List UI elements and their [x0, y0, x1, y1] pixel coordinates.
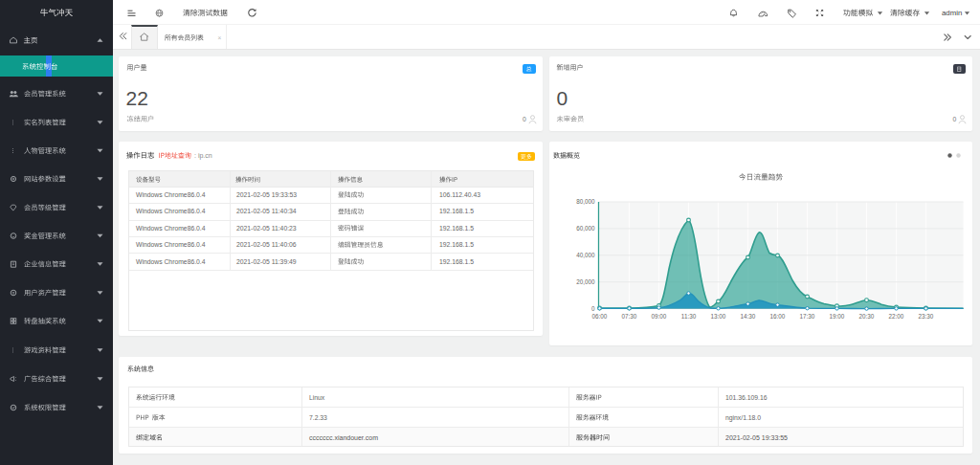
svg-text:0: 0 [591, 305, 595, 312]
svg-text:192.168.1.5: 192.168.1.5 [439, 241, 474, 248]
svg-text:7.2.33: 7.2.33 [309, 414, 327, 421]
svg-text:2021-02-05 11:39:49: 2021-02-05 11:39:49 [236, 258, 297, 265]
svg-text:09:00: 09:00 [652, 313, 667, 320]
svg-text:23:30: 23:30 [919, 313, 934, 320]
svg-text:192.168.1.5: 192.168.1.5 [439, 225, 474, 232]
svg-text:nginx/1.18.0: nginx/1.18.0 [725, 414, 761, 422]
svg-text:Windows Chrome86.0.4: Windows Chrome86.0.4 [136, 258, 206, 265]
svg-text:2021-02-05 11:40:34: 2021-02-05 11:40:34 [236, 208, 297, 214]
svg-text:192.168.1.5: 192.168.1.5 [439, 208, 474, 214]
svg-text:0: 0 [523, 116, 526, 122]
svg-text:20,000: 20,000 [576, 278, 595, 285]
svg-text:Windows Chrome86.0.4: Windows Chrome86.0.4 [136, 241, 206, 248]
svg-text:0: 0 [557, 87, 568, 109]
svg-text:Linux: Linux [309, 394, 325, 401]
svg-text:2021-02-05 19:33:55: 2021-02-05 19:33:55 [725, 434, 788, 441]
svg-text:06:00: 06:00 [592, 313, 608, 320]
svg-text:Windows Chrome86.0.4: Windows Chrome86.0.4 [136, 225, 206, 232]
svg-text:20:30: 20:30 [859, 313, 875, 320]
svg-text:19:00: 19:00 [830, 313, 845, 320]
svg-text:16:00: 16:00 [770, 313, 786, 320]
svg-text:60,000: 60,000 [576, 225, 595, 232]
svg-text:2021-02-05 11:40:23: 2021-02-05 11:40:23 [236, 225, 297, 232]
svg-text:101.36.109.16: 101.36.109.16 [725, 394, 768, 401]
svg-text:ccccccc.xiandouer.com: ccccccc.xiandouer.com [309, 434, 378, 441]
svg-text:admin: admin [942, 9, 962, 17]
svg-text:40,000: 40,000 [576, 252, 595, 258]
svg-text:106.112.40.43: 106.112.40.43 [439, 191, 480, 198]
svg-text:Windows Chrome86.0.4: Windows Chrome86.0.4 [136, 208, 206, 214]
svg-text:22: 22 [126, 87, 148, 109]
svg-text:14:30: 14:30 [741, 313, 756, 320]
svg-text:80,000: 80,000 [576, 198, 595, 205]
svg-text:17:30: 17:30 [800, 313, 815, 320]
svg-text:0: 0 [953, 116, 957, 122]
svg-text:13:00: 13:00 [711, 313, 726, 320]
svg-text:: ip.cn: : ip.cn [194, 152, 212, 160]
svg-text:192.168.1.5: 192.168.1.5 [439, 258, 474, 265]
svg-text:Windows Chrome86.0.4: Windows Chrome86.0.4 [136, 191, 206, 198]
svg-text:×: × [218, 34, 222, 41]
svg-text:2021-02-05 19:33:53: 2021-02-05 19:33:53 [236, 191, 297, 198]
svg-text:11:30: 11:30 [681, 313, 697, 320]
svg-text:07:30: 07:30 [622, 313, 637, 320]
svg-text:22:00: 22:00 [889, 313, 904, 320]
svg-text:2021-02-05 11:40:06: 2021-02-05 11:40:06 [236, 241, 297, 248]
